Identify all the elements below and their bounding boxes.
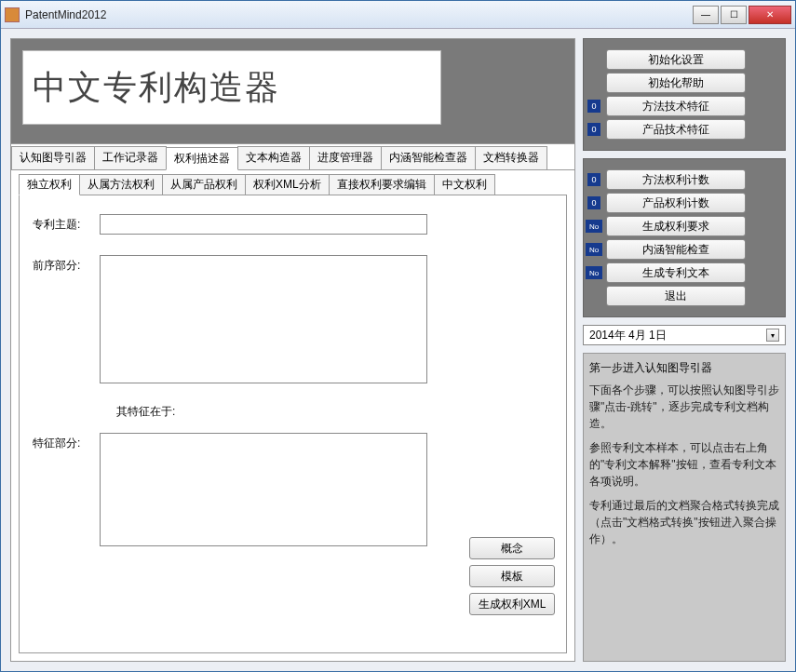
window-title: PatentMind2012: [25, 8, 693, 21]
close-button[interactable]: ✕: [749, 6, 791, 24]
feature-label: 特征部分:: [33, 433, 100, 451]
maximize-button[interactable]: ☐: [721, 6, 747, 24]
init-help-button[interactable]: 初始化帮助: [606, 73, 746, 93]
concept-button[interactable]: 概念: [469, 537, 555, 559]
tab-semantic-checker[interactable]: 内涵智能检查器: [381, 146, 476, 169]
app-window: PatentMind2012 — ☐ ✕ 中文专利构造器 认知图导引器 工作记录…: [0, 0, 796, 672]
semantic-check-button[interactable]: 内涵智能检查: [606, 239, 746, 260]
badge-zero: 0: [587, 173, 600, 186]
product-tech-button[interactable]: 产品技术特征: [606, 119, 746, 140]
badge-no: No: [586, 220, 602, 233]
subtab-independent[interactable]: 独立权利: [19, 174, 80, 195]
badge-zero: 0: [587, 100, 600, 113]
gen-patent-text-button[interactable]: 生成专利文本: [606, 262, 746, 283]
characterized-label: 其特征在于:: [116, 404, 553, 420]
banner-panel: 中文专利构造器: [10, 38, 575, 144]
feature-textarea[interactable]: [100, 433, 427, 546]
subtab-direct-edit[interactable]: 直接权利要求编辑: [329, 174, 435, 195]
subject-input[interactable]: [100, 214, 427, 235]
preamble-textarea[interactable]: [100, 255, 427, 383]
badge-zero: 0: [587, 196, 600, 209]
left-column: 中文专利构造器 认知图导引器 工作记录器 权利描述器 文本构造器 进度管理器 内…: [10, 38, 575, 662]
help-panel: 第一步进入认知图导引器 下面各个步骤，可以按照认知图导引步骤"点击-跳转"，逐步…: [583, 353, 786, 662]
tab-claim-describer[interactable]: 权利描述器: [166, 147, 238, 170]
tab-doc-converter[interactable]: 文档转换器: [475, 146, 547, 169]
method-count-button[interactable]: 方法权利计数: [606, 169, 746, 190]
right-column: 初始化设置 初始化帮助 0方法技术特征 0产品技术特征 0方法权利计数 0产品权…: [583, 38, 786, 662]
minimize-button[interactable]: —: [693, 6, 719, 24]
subtab-product-dependent[interactable]: 从属产品权利: [162, 174, 246, 195]
product-count-button[interactable]: 产品权利计数: [606, 193, 746, 213]
badge-no: No: [586, 243, 602, 256]
main-tabs: 认知图导引器 工作记录器 权利描述器 文本构造器 进度管理器 内涵智能检查器 文…: [10, 144, 575, 170]
content-panel: 独立权利 从属方法权利 从属产品权利 权利XML分析 直接权利要求编辑 中文权利…: [10, 170, 575, 662]
exit-button[interactable]: 退出: [606, 286, 746, 306]
window-controls: — ☐ ✕: [693, 6, 791, 24]
sub-tabs: 独立权利 从属方法权利 从属产品权利 权利XML分析 直接权利要求编辑 中文权利: [19, 174, 567, 195]
method-tech-button[interactable]: 方法技术特征: [606, 96, 746, 116]
template-button[interactable]: 模板: [469, 565, 555, 587]
tab-work-recorder[interactable]: 工作记录器: [94, 146, 167, 169]
app-icon: [5, 7, 20, 22]
badge-zero: 0: [587, 123, 600, 136]
help-paragraph: 下面各个步骤，可以按照认知图导引步骤"点击-跳转"，逐步完成专利文档构造。: [589, 382, 779, 432]
subject-label: 专利主题:: [33, 214, 100, 233]
subtab-method-dependent[interactable]: 从属方法权利: [79, 174, 163, 195]
tab-cognitive-map[interactable]: 认知图导引器: [11, 146, 95, 169]
tab-progress[interactable]: 进度管理器: [309, 146, 382, 169]
feature-row: 特征部分:: [33, 433, 553, 546]
gen-xml-button[interactable]: 生成权利XML: [469, 593, 555, 615]
banner-title: 中文专利构造器: [33, 65, 280, 111]
client-area: 中文专利构造器 认知图导引器 工作记录器 权利描述器 文本构造器 进度管理器 内…: [1, 29, 795, 671]
preamble-label: 前序部分:: [33, 255, 100, 274]
gen-claims-button[interactable]: 生成权利要求: [606, 216, 746, 236]
titlebar: PatentMind2012 — ☐ ✕: [1, 1, 795, 29]
init-settings-button[interactable]: 初始化设置: [606, 49, 746, 70]
tab-text-builder[interactable]: 文本构造器: [237, 146, 310, 169]
subtab-chinese-claim[interactable]: 中文权利: [434, 174, 495, 195]
help-title: 第一步进入认知图导引器: [589, 359, 779, 376]
top-right-box: 初始化设置 初始化帮助 0方法技术特征 0产品技术特征: [583, 38, 786, 151]
preamble-row: 前序部分:: [33, 255, 553, 383]
help-paragraph: 参照专利文本样本，可以点击右上角的"专利文本解释"按钮，查看专利文本各项说明。: [589, 439, 779, 490]
date-value: 2014年 4月 1日: [589, 328, 667, 343]
help-paragraph: 专利通过最后的文档聚合格式转换完成（点击"文档格式转换"按钮进入聚合操作）。: [589, 497, 779, 547]
badge-no: No: [586, 266, 602, 279]
action-column: 概念 模板 生成权利XML: [469, 537, 555, 615]
subject-row: 专利主题:: [33, 214, 553, 235]
sub-panel: 专利主题: 前序部分: 其特征在于: 特征部分: 概念 模板: [19, 195, 567, 653]
mid-right-box: 0方法权利计数 0产品权利计数 No生成权利要求 No内涵智能检查 No生成专利…: [583, 158, 786, 317]
chevron-down-icon[interactable]: ▾: [766, 329, 779, 342]
subtab-xml-analysis[interactable]: 权利XML分析: [245, 174, 330, 195]
date-picker[interactable]: 2014年 4月 1日 ▾: [583, 325, 786, 345]
banner: 中文专利构造器: [22, 50, 441, 125]
